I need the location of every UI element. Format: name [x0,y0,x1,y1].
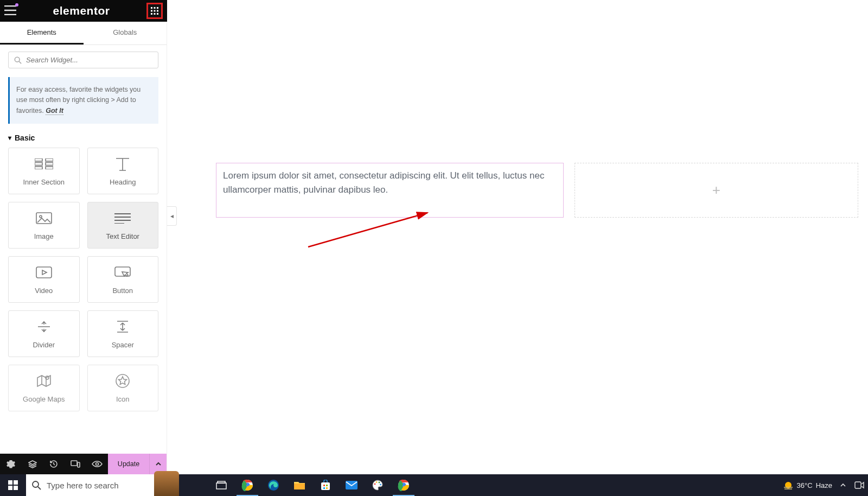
chevron-down-icon: ▾ [8,134,11,142]
svg-rect-28 [14,480,18,485]
update-button[interactable]: Update [108,454,149,474]
svg-rect-6 [151,13,152,15]
svg-rect-17 [36,213,52,224]
widget-label: Image [34,232,54,240]
button-icon [114,265,131,280]
menu-icon[interactable] [4,5,16,16]
svg-point-18 [40,215,42,218]
svg-point-48 [380,484,381,486]
svg-rect-30 [14,486,18,490]
svg-rect-44 [346,481,358,489]
svg-rect-7 [154,13,156,15]
tab-globals[interactable]: Globals [84,22,167,44]
svg-rect-38 [294,484,305,489]
panel-header: elementor [0,0,167,22]
widget-icon[interactable]: Icon [87,365,159,411]
taskbar-app-mail[interactable] [339,474,365,496]
svg-rect-8 [157,13,158,15]
widget-label: Heading [110,178,136,186]
weather-temp: 36°C [797,481,813,489]
widget-label: Icon [116,395,130,403]
svg-line-26 [308,213,427,247]
svg-point-9 [15,57,20,62]
widget-label: Google Maps [23,395,65,403]
hint-dismiss[interactable]: Got It [46,107,63,115]
widget-text-editor[interactable]: Text Editor [87,202,159,249]
tab-elements[interactable]: Elements [0,22,84,44]
hint-text: For easy access, favorite the widgets yo… [16,86,141,115]
add-section-button[interactable]: + [575,163,858,218]
panel-footer: Update [0,454,167,474]
start-button[interactable] [0,474,26,496]
widget-divider[interactable]: Divider [8,310,80,357]
svg-rect-16 [46,167,53,169]
panel-tabs: Elements Globals [0,22,167,45]
widget-video[interactable]: Video [8,256,80,303]
svg-rect-13 [35,167,42,169]
svg-rect-11 [35,158,42,161]
search-icon [14,56,22,64]
history-button[interactable] [43,454,65,474]
inner-section-icon [35,156,53,171]
svg-point-31 [33,481,39,487]
heading-icon [114,156,131,171]
widget-label: Text Editor [106,232,139,240]
widget-button[interactable]: Button [87,256,159,303]
settings-button[interactable] [0,454,22,474]
svg-rect-0 [151,7,152,9]
taskbar-app-chrome[interactable] [234,474,260,496]
svg-rect-2 [157,7,158,9]
svg-rect-41 [326,485,328,486]
taskbar-app-store[interactable] [312,474,339,496]
tray-chevron-icon[interactable] [838,480,848,491]
svg-rect-33 [216,483,226,489]
text-editor-widget-instance[interactable]: Lorem ipsum dolor sit amet, consectetur … [216,163,564,218]
svg-rect-23 [71,461,77,466]
panel-collapse-button[interactable]: ◂ [167,206,177,226]
svg-point-45 [374,484,376,485]
editor-canvas[interactable]: Lorem ipsum dolor sit amet, consectetur … [167,0,868,474]
widget-google-maps[interactable]: Google Maps [8,365,80,411]
tray-meet-now-icon[interactable] [854,480,865,491]
widget-heading[interactable]: Heading [87,148,159,194]
taskbar-app-chrome-2[interactable] [391,474,417,496]
category-basic-header[interactable]: ▾ Basic [0,131,167,148]
taskbar-app-paint[interactable] [365,474,391,496]
widget-label: Spacer [112,341,134,349]
weather-icon [783,480,794,491]
svg-rect-43 [326,487,328,489]
taskbar-app-edge[interactable] [260,474,286,496]
divider-icon [37,319,51,334]
task-view-button[interactable] [208,474,234,496]
spacer-icon [116,319,129,334]
svg-rect-29 [8,486,12,490]
category-basic-label: Basic [15,133,35,142]
widget-image[interactable]: Image [8,202,80,249]
widget-inner-section[interactable]: Inner Section [8,148,80,194]
svg-rect-19 [36,267,52,278]
star-icon [116,373,130,389]
update-options-button[interactable] [149,454,167,474]
widget-label: Divider [33,341,55,349]
widget-label: Inner Section [23,178,65,186]
cortana-avatar [154,471,179,496]
svg-rect-24 [78,462,80,467]
responsive-button[interactable] [65,454,86,474]
navigator-button[interactable] [22,454,43,474]
apps-button[interactable] [146,3,163,19]
weather-desc: Haze [816,481,832,489]
taskbar-search[interactable]: Type here to search [26,474,178,496]
windows-taskbar: Type here to search [0,474,868,496]
search-field[interactable] [26,56,152,64]
widget-spacer[interactable]: Spacer [87,310,159,357]
image-icon [36,211,52,226]
taskbar-search-placeholder: Type here to search [47,481,119,490]
preview-button[interactable] [86,454,108,474]
search-input[interactable] [8,52,158,68]
taskbar-app-explorer[interactable] [286,474,312,496]
svg-rect-42 [323,487,325,489]
svg-rect-5 [157,10,158,12]
svg-rect-12 [35,162,42,165]
svg-rect-40 [323,485,325,486]
taskbar-weather[interactable]: 36°C Haze [783,480,832,491]
